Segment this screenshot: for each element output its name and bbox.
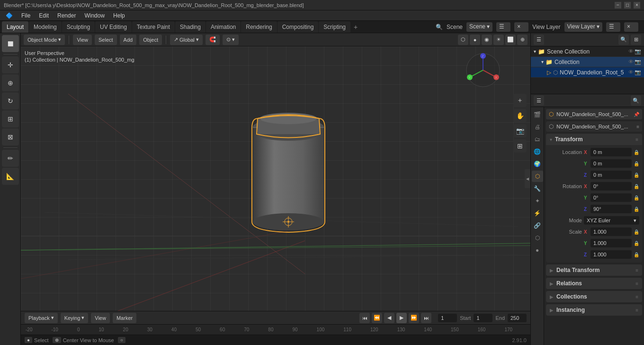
maximize-button[interactable]: □ — [624, 2, 631, 9]
outliner-search-btn[interactable]: 🔍 — [618, 35, 629, 45]
instancing-options-icon[interactable]: ≡ — [635, 308, 638, 313]
add-workspace-button[interactable]: + — [351, 22, 360, 32]
constraints-props-btn[interactable]: 🔗 — [532, 220, 543, 231]
outliner-menu-btn[interactable]: ☰ — [534, 35, 544, 45]
viewport-shading-rendered[interactable]: ☀ — [493, 35, 504, 45]
delta-options-icon[interactable]: ≡ — [635, 268, 638, 273]
step-back-button[interactable]: ⏪ — [372, 313, 382, 323]
tab-uv-editing[interactable]: UV Editing — [95, 21, 132, 33]
outliner-scene-collection[interactable]: ▾ 📁 Scene Collection 👁 📷 — [531, 46, 644, 57]
scene-props-btn[interactable]: 🌐 — [532, 146, 543, 157]
tab-layout[interactable]: Layout — [2, 21, 28, 33]
object-menu-button[interactable]: Object — [139, 35, 162, 45]
relations-header[interactable]: ▶ Relations ≡ — [546, 278, 642, 289]
tab-texture-paint[interactable]: Texture Paint — [132, 21, 175, 33]
object-props-btn[interactable]: ⬡ — [532, 171, 543, 182]
mesh-name-display[interactable]: NOW_Dandelion_Root_500_... — [556, 124, 628, 129]
data-props-btn[interactable]: ⬡ — [532, 232, 543, 244]
timeline-bar[interactable]: -20 -10 0 10 20 30 40 50 60 70 80 90 100… — [21, 325, 530, 335]
scene-icon-btn[interactable]: ☰ — [496, 22, 510, 32]
props-menu-btn[interactable]: ☰ — [534, 95, 544, 106]
play-button[interactable]: ▶ — [396, 313, 407, 323]
quad-view-button[interactable]: ⊞ — [513, 139, 527, 153]
rotation-y-lock-icon[interactable]: 🔒 — [634, 195, 639, 200]
navigation-gizmo[interactable]: Z X Y — [464, 51, 502, 89]
rotation-mode-select[interactable]: XYZ Euler ▾ — [584, 216, 639, 225]
modifier-props-btn[interactable]: 🔧 — [532, 183, 543, 194]
proportional-edit-button[interactable]: ⊙ ▾ — [223, 35, 239, 45]
scale-tool[interactable]: ⊞ — [2, 110, 19, 127]
scene-dropdown[interactable]: Scene ▾ — [466, 22, 492, 32]
collections-header[interactable]: ▶ Collections ≡ — [546, 291, 642, 302]
location-y-input[interactable]: 0 m — [590, 159, 632, 168]
tab-animation[interactable]: Animation — [206, 21, 241, 33]
instancing-header[interactable]: ▶ Instancing ≡ — [546, 304, 642, 316]
rotation-x-input[interactable]: 0° — [590, 182, 632, 191]
annotate-tool[interactable]: ✏ — [2, 150, 19, 167]
viewport-shading-wire[interactable]: ⬡ — [458, 35, 468, 45]
jump-start-button[interactable]: ⏮ — [359, 313, 370, 323]
play-reverse-button[interactable]: ◀ — [384, 313, 394, 323]
scale-x-input[interactable]: 1.000 — [590, 227, 632, 236]
object-eye-icon[interactable]: 👁 — [628, 69, 634, 75]
world-props-btn[interactable]: 🌍 — [532, 158, 543, 170]
tab-modeling[interactable]: Modeling — [29, 21, 62, 33]
rotation-z-input[interactable]: 90° — [590, 205, 632, 213]
scale-x-lock-icon[interactable]: 🔒 — [634, 229, 639, 235]
material-props-btn[interactable]: ● — [532, 245, 543, 256]
start-frame-input[interactable]: 1 — [474, 314, 492, 322]
end-frame-input[interactable]: 250 — [508, 314, 527, 322]
rotation-x-lock-icon[interactable]: 🔒 — [634, 184, 639, 189]
viewport-gizmo-btn[interactable]: ⊕ — [517, 35, 528, 45]
collection-render-icon[interactable]: 📷 — [635, 59, 641, 65]
timeline-view-menu[interactable]: View — [91, 313, 110, 323]
scene-add-btn[interactable]: × — [514, 22, 528, 32]
rotation-y-input[interactable]: 0° — [590, 193, 632, 202]
transform-section-header[interactable]: ▾ Transform ≡ — [546, 134, 642, 145]
particles-props-btn[interactable]: ✦ — [532, 195, 543, 207]
tab-rendering[interactable]: Rendering — [241, 21, 277, 33]
view-layer-add-btn[interactable]: × — [624, 22, 638, 32]
view-layer-dropdown[interactable]: View Layer ▾ — [564, 22, 602, 32]
current-frame-input[interactable]: 1 — [438, 314, 457, 322]
playback-menu[interactable]: Playback ▾ — [25, 313, 58, 323]
menu-file[interactable]: File — [18, 11, 34, 20]
select-menu-button[interactable]: Select — [95, 35, 117, 45]
close-button[interactable]: × — [634, 2, 640, 9]
transform-tool[interactable]: ⊠ — [2, 128, 19, 145]
scale-z-input[interactable]: 1.000 — [590, 250, 632, 259]
move-tool[interactable]: ⊕ — [2, 74, 19, 91]
collection-eye-icon[interactable]: 👁 — [628, 59, 634, 65]
outliner-collection[interactable]: ▾ 📁 Collection 👁 📷 — [531, 57, 644, 67]
menu-edit[interactable]: Edit — [35, 11, 53, 20]
measure-tool[interactable]: 📐 — [2, 168, 19, 185]
rotate-tool[interactable]: ↻ — [2, 92, 19, 109]
tab-shading[interactable]: Shading — [175, 21, 206, 33]
physics-props-btn[interactable]: ⚡ — [532, 208, 543, 219]
jump-end-button[interactable]: ⏭ — [421, 313, 431, 323]
add-menu-button[interactable]: Add — [120, 35, 137, 45]
output-props-btn[interactable]: 🖨 — [532, 121, 543, 133]
minimize-button[interactable]: − — [615, 2, 621, 9]
props-search-btn[interactable]: 🔍 — [631, 95, 641, 106]
outliner-object[interactable]: ▷ ⬡ NOW_Dandelion_Root_5 👁 📷 — [531, 67, 644, 78]
transform-options-icon[interactable]: ≡ — [635, 137, 638, 142]
scale-y-input[interactable]: 1.000 — [590, 239, 632, 247]
step-forward-button[interactable]: ⏩ — [409, 313, 419, 323]
restrict-render-icon[interactable]: 📷 — [635, 48, 641, 54]
search-icon[interactable]: 🔍 — [436, 24, 443, 30]
location-z-lock-icon[interactable]: 🔒 — [634, 172, 639, 178]
collections-options-icon[interactable]: ≡ — [635, 294, 638, 300]
keying-menu[interactable]: Keying ▾ — [61, 313, 89, 323]
menu-blender[interactable]: 🔷 — [2, 11, 17, 20]
snap-button[interactable]: 🧲 — [206, 35, 220, 45]
rotation-z-lock-icon[interactable]: 🔒 — [634, 207, 639, 212]
object-name-pin-icon[interactable]: 📌 — [634, 112, 639, 117]
render-props-btn[interactable]: 🎬 — [532, 109, 543, 120]
view-layer-icon-btn[interactable]: ☰ — [606, 22, 620, 32]
cursor-tool[interactable]: ✛ — [2, 56, 19, 73]
scale-y-lock-icon[interactable]: 🔒 — [634, 241, 639, 246]
location-z-input[interactable]: 0 m — [590, 171, 632, 179]
viewport-canvas[interactable]: User Perspective (1) Collection | NOW_Da… — [21, 46, 530, 311]
menu-window[interactable]: Window — [80, 11, 108, 20]
